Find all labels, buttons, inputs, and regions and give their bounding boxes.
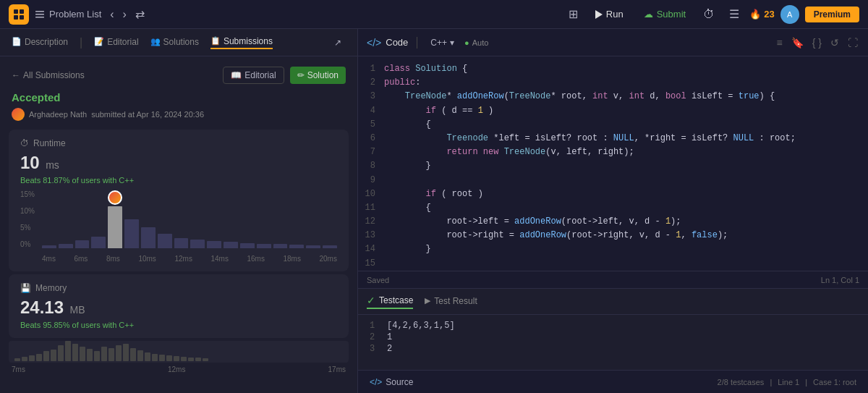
left-content: ← All Submissions 📖 Editorial ✏ Solution… xyxy=(0,56,357,393)
chart-bar xyxy=(323,245,337,248)
chart-bar xyxy=(141,227,156,248)
code-icon-small: </> xyxy=(370,377,382,387)
clock-icon: ⏱ xyxy=(20,138,29,148)
accepted-badge: Accepted xyxy=(6,88,352,106)
code-line-3: 3 TreeNode* addOneRow(TreeNode* root, in… xyxy=(358,90,868,103)
description-icon: 📄 xyxy=(12,37,22,46)
case-info: Case 1: root xyxy=(813,378,856,386)
saved-status: Saved xyxy=(367,276,389,284)
mini-bar xyxy=(80,347,85,361)
chart-bar xyxy=(289,245,304,248)
share-button[interactable]: ↗ xyxy=(330,35,346,51)
code-icon: </> xyxy=(367,37,381,48)
chart-bar xyxy=(91,237,106,248)
tab-submissions[interactable]: 📋 Submissions xyxy=(210,36,273,49)
format-button[interactable]: { } xyxy=(811,35,823,50)
chart-bar xyxy=(108,206,122,248)
mini-bar xyxy=(94,351,100,361)
play-icon xyxy=(595,10,603,19)
code-line-12: 12 root->left = addOneRow(root->left, v,… xyxy=(358,215,868,229)
source-bar: </> Source 2/8 testcases | Line 1 | Case… xyxy=(358,370,868,393)
source-button[interactable]: </> Source xyxy=(370,377,413,387)
svg-rect-0 xyxy=(14,9,18,14)
settings-icon-button[interactable]: ≡ xyxy=(775,35,784,50)
nav-arrows: ‹ › ⇄ xyxy=(107,6,148,22)
user-marker xyxy=(108,190,122,205)
svg-rect-6 xyxy=(35,17,44,18)
problem-list-link[interactable]: Problem List xyxy=(35,9,101,20)
timer-button[interactable]: ⏱ xyxy=(699,5,719,24)
chart-bar xyxy=(158,234,172,248)
chart-bar xyxy=(257,244,271,248)
chart-bar xyxy=(224,242,238,248)
mini-bar xyxy=(123,344,129,361)
fullscreen-button[interactable]: ⛶ xyxy=(846,35,859,50)
testcase-tabs: ✓ Testcase ▶ Test Result xyxy=(358,289,868,315)
mini-bar xyxy=(58,345,64,361)
prev-arrow-button[interactable]: ‹ xyxy=(107,7,116,22)
runtime-title: ⏱ Runtime xyxy=(20,138,337,148)
top-navigation: Problem List ‹ › ⇄ ⊞ Run ☁ Submit ⏱ ☰ 🔥 … xyxy=(0,0,868,29)
chart-bar xyxy=(207,241,221,248)
svg-rect-3 xyxy=(20,15,24,20)
memory-icon: 💾 xyxy=(20,283,31,293)
language-selector[interactable]: C++ ▾ xyxy=(426,36,459,49)
tab-solutions[interactable]: 👥 Solutions xyxy=(150,37,199,48)
mini-bar xyxy=(152,354,158,361)
tab-editorial[interactable]: 📝 Editorial xyxy=(94,37,138,48)
mini-chart xyxy=(9,341,349,363)
svg-rect-2 xyxy=(14,15,18,20)
problems-icon-button[interactable]: ⊞ xyxy=(564,4,582,24)
chart-bar xyxy=(240,243,255,248)
submissions-icon: 📋 xyxy=(210,36,221,46)
logo xyxy=(9,4,29,25)
tab-testcase[interactable]: ✓ Testcase xyxy=(367,295,413,309)
left-tabs: 📄 Description | 📝 Editorial 👥 Solutions … xyxy=(0,29,357,56)
chevron-down-icon: ▾ xyxy=(450,38,454,48)
mini-bar xyxy=(43,351,49,361)
runtime-value: 10 ms xyxy=(20,153,337,173)
premium-button[interactable]: Premium xyxy=(805,7,859,22)
mini-bar xyxy=(51,350,56,361)
user-avatar[interactable]: A xyxy=(780,5,799,24)
chart-y-labels: 15% 10% 5% 0% xyxy=(20,190,42,248)
chart-bar xyxy=(306,245,320,248)
next-arrow-button[interactable]: › xyxy=(120,7,129,22)
mini-bar xyxy=(159,355,165,361)
svg-rect-4 xyxy=(35,11,44,12)
submission-info: Arghadeep Nath submitted at Apr 16, 2024… xyxy=(6,106,352,127)
dot-icon: ● xyxy=(464,38,469,47)
memory-title: 💾 Memory xyxy=(20,283,337,293)
back-button[interactable]: ← All Submissions xyxy=(12,70,85,80)
tab-test-result[interactable]: ▶ Test Result xyxy=(425,296,477,308)
undo-button[interactable]: ↺ xyxy=(829,35,841,50)
solutions-icon: 👥 xyxy=(150,37,161,46)
solution-button[interactable]: ✏ Solution xyxy=(290,67,346,84)
testcase-content: 1 [4,2,6,3,1,5] 2 1 3 2 xyxy=(358,315,868,370)
left-panel: 📄 Description | 📝 Editorial 👥 Solutions … xyxy=(0,29,358,393)
cursor-info: Ln 1, Col 1 xyxy=(821,276,859,284)
tab-description[interactable]: 📄 Description xyxy=(12,37,68,48)
fire-icon: 🔥 xyxy=(749,9,761,20)
user-avatar-small xyxy=(12,108,25,121)
code-editor[interactable]: 1 class Solution { 2 public: 3 TreeNode*… xyxy=(358,56,868,271)
code-line-13: 13 root->right = addOneRow(root->right, … xyxy=(358,229,868,242)
mini-bar xyxy=(188,358,194,361)
notes-button[interactable]: ☰ xyxy=(725,4,744,24)
memory-card: 💾 Memory 24.13 MB Beats 95.85% of users … xyxy=(9,274,349,338)
code-line-1: 1 class Solution { xyxy=(358,62,868,76)
runtime-chart: 15% 10% 5% 0% 4ms 6ms 8ms 10ms 12ms 14ms… xyxy=(20,190,337,263)
tc-line-1: 1 [4,2,6,3,1,5] xyxy=(370,321,856,331)
submit-button[interactable]: ☁ Submit xyxy=(637,6,693,22)
arrow-icon: ▶ xyxy=(425,296,430,305)
editorial-button[interactable]: 📖 Editorial xyxy=(223,67,284,84)
chart-bar xyxy=(190,240,205,248)
mini-bar xyxy=(145,352,150,361)
bookmark-button[interactable]: 🔖 xyxy=(790,35,805,50)
run-button[interactable]: Run xyxy=(588,6,631,22)
shuffle-button[interactable]: ⇄ xyxy=(132,6,148,22)
testcase-count: 2/8 testcases xyxy=(718,378,765,386)
code-toolbar: ≡ 🔖 { } ↺ ⛶ xyxy=(775,35,859,50)
code-line-15: 15 xyxy=(358,257,868,271)
code-footer: Saved Ln 1, Col 1 xyxy=(358,271,868,288)
